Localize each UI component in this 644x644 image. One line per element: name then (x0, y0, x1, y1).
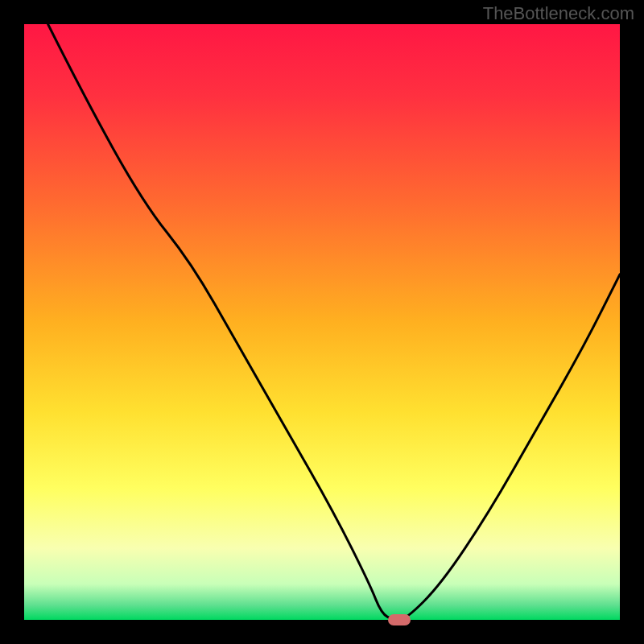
chart-container: TheBottleneck.com (0, 0, 644, 644)
plot-area (24, 24, 620, 620)
watermark-text: TheBottleneck.com (483, 3, 634, 24)
bottleneck-marker (388, 614, 411, 625)
chart-canvas (24, 24, 620, 620)
